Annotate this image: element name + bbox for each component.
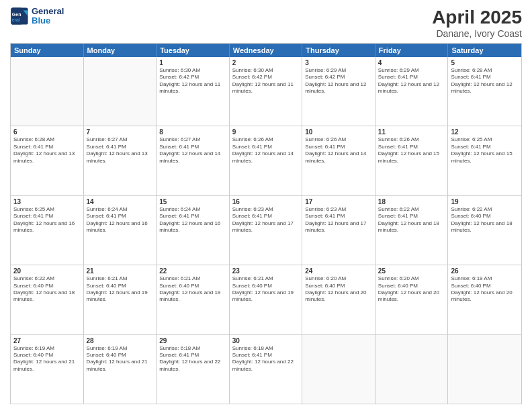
day-number: 6 [13,128,81,136]
svg-text:Gen: Gen [12,12,21,17]
logo-line2: Blue [32,16,64,26]
calendar-row-4: 27Sunrise: 6:19 AM Sunset: 6:40 PM Dayli… [11,334,521,404]
day-cell-empty-0-0 [11,57,84,126]
day-info: Sunrise: 6:22 AM Sunset: 6:40 PM Dayligh… [451,206,519,234]
day-number: 30 [232,337,300,345]
day-number: 28 [87,337,154,345]
day-number: 8 [159,128,226,136]
header-day-tuesday: Tuesday [157,44,230,57]
header-day-thursday: Thursday [302,44,375,57]
day-number: 1 [159,59,226,66]
calendar-row-0: 1Sunrise: 6:30 AM Sunset: 6:42 PM Daylig… [11,57,521,126]
day-cell-empty-4-5 [375,335,449,404]
day-info: Sunrise: 6:21 AM Sunset: 6:40 PM Dayligh… [232,275,300,304]
header-day-saturday: Saturday [448,44,521,57]
calendar-header: SundayMondayTuesdayWednesdayThursdayFrid… [11,44,521,57]
day-info: Sunrise: 6:27 AM Sunset: 6:41 PM Dayligh… [87,136,154,165]
day-cell-6: 6Sunrise: 6:28 AM Sunset: 6:41 PM Daylig… [11,126,84,195]
day-number: 10 [305,128,372,136]
day-number: 12 [451,128,519,136]
day-info: Sunrise: 6:29 AM Sunset: 6:41 PM Dayligh… [378,67,445,95]
day-info: Sunrise: 6:26 AM Sunset: 6:41 PM Dayligh… [305,136,372,165]
day-cell-14: 14Sunrise: 6:24 AM Sunset: 6:41 PM Dayli… [84,196,157,265]
day-cell-empty-4-4 [302,335,375,404]
day-info: Sunrise: 6:19 AM Sunset: 6:40 PM Dayligh… [87,345,154,373]
logo: Gen eral General Blue [10,7,64,26]
day-number: 19 [451,198,519,205]
day-info: Sunrise: 6:24 AM Sunset: 6:41 PM Dayligh… [159,206,226,234]
day-number: 24 [305,267,372,275]
day-number: 17 [305,198,372,205]
day-cell-28: 28Sunrise: 6:19 AM Sunset: 6:40 PM Dayli… [84,335,157,404]
day-cell-29: 29Sunrise: 6:18 AM Sunset: 6:41 PM Dayli… [157,335,230,404]
day-info: Sunrise: 6:30 AM Sunset: 6:42 PM Dayligh… [232,67,300,95]
day-number: 21 [87,267,154,275]
day-cell-12: 12Sunrise: 6:25 AM Sunset: 6:41 PM Dayli… [448,126,521,195]
day-cell-30: 30Sunrise: 6:18 AM Sunset: 6:41 PM Dayli… [230,335,303,404]
day-number: 26 [451,267,519,275]
day-cell-2: 2Sunrise: 6:30 AM Sunset: 6:42 PM Daylig… [230,57,303,126]
header-day-friday: Friday [375,44,449,57]
day-info: Sunrise: 6:22 AM Sunset: 6:41 PM Dayligh… [378,206,445,234]
day-cell-27: 27Sunrise: 6:19 AM Sunset: 6:40 PM Dayli… [11,335,84,404]
day-number: 27 [13,337,81,345]
day-info: Sunrise: 6:25 AM Sunset: 6:41 PM Dayligh… [451,136,519,165]
day-cell-9: 9Sunrise: 6:26 AM Sunset: 6:41 PM Daylig… [230,126,303,195]
day-info: Sunrise: 6:24 AM Sunset: 6:41 PM Dayligh… [87,206,154,234]
day-cell-22: 22Sunrise: 6:21 AM Sunset: 6:40 PM Dayli… [157,265,230,334]
day-cell-13: 13Sunrise: 6:25 AM Sunset: 6:41 PM Dayli… [11,196,84,265]
day-number: 3 [305,59,372,66]
day-number: 16 [232,198,300,205]
day-number: 4 [378,59,445,66]
day-cell-20: 20Sunrise: 6:22 AM Sunset: 6:40 PM Dayli… [11,265,84,334]
day-cell-3: 3Sunrise: 6:29 AM Sunset: 6:42 PM Daylig… [302,57,375,126]
title-block: April 2025 Danane, Ivory Coast [432,7,522,39]
header-day-sunday: Sunday [11,44,84,57]
day-number: 11 [378,128,445,136]
day-number: 13 [13,198,81,205]
calendar-row-3: 20Sunrise: 6:22 AM Sunset: 6:40 PM Dayli… [11,265,521,334]
day-cell-8: 8Sunrise: 6:27 AM Sunset: 6:41 PM Daylig… [157,126,230,195]
day-cell-23: 23Sunrise: 6:21 AM Sunset: 6:40 PM Dayli… [230,265,303,334]
day-number: 7 [87,128,154,136]
day-number: 14 [87,198,154,205]
day-number: 2 [232,59,300,66]
day-info: Sunrise: 6:30 AM Sunset: 6:42 PM Dayligh… [159,67,226,95]
day-number: 15 [159,198,226,205]
day-info: Sunrise: 6:19 AM Sunset: 6:40 PM Dayligh… [13,345,81,373]
day-number: 29 [159,337,226,345]
day-cell-26: 26Sunrise: 6:19 AM Sunset: 6:40 PM Dayli… [448,265,521,334]
day-info: Sunrise: 6:27 AM Sunset: 6:41 PM Dayligh… [159,136,226,165]
day-info: Sunrise: 6:26 AM Sunset: 6:41 PM Dayligh… [232,136,300,165]
day-info: Sunrise: 6:28 AM Sunset: 6:41 PM Dayligh… [13,136,81,165]
day-info: Sunrise: 6:18 AM Sunset: 6:41 PM Dayligh… [159,345,226,373]
day-info: Sunrise: 6:28 AM Sunset: 6:41 PM Dayligh… [451,67,519,95]
day-cell-1: 1Sunrise: 6:30 AM Sunset: 6:42 PM Daylig… [157,57,230,126]
calendar-row-2: 13Sunrise: 6:25 AM Sunset: 6:41 PM Dayli… [11,195,521,265]
day-info: Sunrise: 6:22 AM Sunset: 6:40 PM Dayligh… [13,275,81,304]
day-cell-empty-4-6 [448,335,521,404]
day-cell-24: 24Sunrise: 6:20 AM Sunset: 6:40 PM Dayli… [302,265,375,334]
header: Gen eral General Blue April 2025 Danane,… [10,7,522,39]
logo-icon: Gen eral [10,7,29,26]
day-number: 9 [232,128,300,136]
day-info: Sunrise: 6:25 AM Sunset: 6:41 PM Dayligh… [13,206,81,234]
day-cell-25: 25Sunrise: 6:20 AM Sunset: 6:40 PM Dayli… [375,265,449,334]
day-cell-18: 18Sunrise: 6:22 AM Sunset: 6:41 PM Dayli… [375,196,449,265]
day-cell-10: 10Sunrise: 6:26 AM Sunset: 6:41 PM Dayli… [302,126,375,195]
day-number: 25 [378,267,445,275]
day-info: Sunrise: 6:20 AM Sunset: 6:40 PM Dayligh… [378,275,445,304]
day-number: 23 [232,267,300,275]
day-cell-empty-0-1 [84,57,157,126]
svg-text:eral: eral [12,18,20,23]
day-cell-17: 17Sunrise: 6:23 AM Sunset: 6:41 PM Dayli… [302,196,375,265]
day-info: Sunrise: 6:21 AM Sunset: 6:40 PM Dayligh… [159,275,226,304]
day-info: Sunrise: 6:21 AM Sunset: 6:40 PM Dayligh… [87,275,154,304]
day-info: Sunrise: 6:29 AM Sunset: 6:42 PM Dayligh… [305,67,372,95]
day-info: Sunrise: 6:20 AM Sunset: 6:40 PM Dayligh… [305,275,372,304]
day-info: Sunrise: 6:23 AM Sunset: 6:41 PM Dayligh… [305,206,372,234]
calendar: SundayMondayTuesdayWednesdayThursdayFrid… [10,43,522,404]
calendar-title: April 2025 [432,7,522,28]
day-cell-5: 5Sunrise: 6:28 AM Sunset: 6:41 PM Daylig… [448,57,521,126]
day-number: 22 [159,267,226,275]
